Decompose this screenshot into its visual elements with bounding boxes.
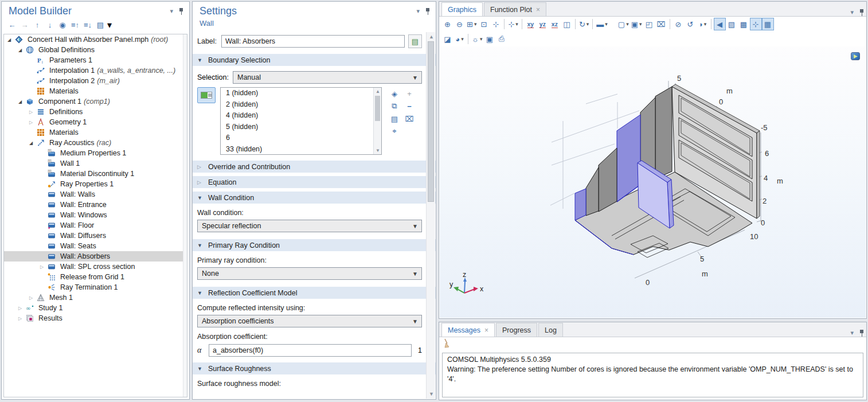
selected-absorber-wall-small[interactable] (575, 189, 586, 220)
scroll-up-icon[interactable]: ▲ (376, 89, 380, 94)
tree-item[interactable]: Ray Termination 1 (4, 282, 187, 292)
selection-list-item[interactable]: 33 (hidden) (221, 144, 381, 155)
pin-icon[interactable] (859, 9, 864, 16)
selection-list-item[interactable]: 2 (hidden) (221, 99, 381, 111)
tree-item[interactable]: ◢Concert Hall with Absorber Panel.mph(ro… (4, 34, 187, 45)
pin-icon[interactable] (179, 8, 183, 15)
tree-item[interactable]: PiParameters 1 (4, 55, 187, 65)
select-all-button[interactable]: ◰ (643, 18, 655, 30)
expand-arrow-icon[interactable]: ▷ (29, 110, 37, 115)
messages-log[interactable]: COMSOL Multiphysics 5.5.0.359 Warning: T… (442, 353, 863, 397)
scene-color-button[interactable]: ◕▾ (453, 33, 466, 45)
zoom-extents-button[interactable]: ⊡ (478, 18, 490, 30)
sound-feedback-button[interactable]: ◀ (714, 18, 726, 30)
tab-function-plot[interactable]: Function Plot× (484, 2, 546, 16)
print-button[interactable]: ⎙ (495, 33, 507, 45)
create-selection-button[interactable]: ◈ (392, 89, 397, 98)
tree-item[interactable]: ▷Results (4, 313, 187, 323)
selection-dropdown[interactable]: Manual ▼ (233, 71, 422, 84)
rotate-button[interactable]: ↻▾ (578, 18, 590, 30)
tree-item[interactable]: Materials (4, 86, 187, 96)
tab-messages[interactable]: Messages× (441, 323, 495, 337)
selection-list-scrollbar[interactable]: ▲ ▼ (373, 88, 381, 154)
tree-item[interactable]: Interpolation 1(a_walls, a_entrance, ...… (4, 65, 187, 76)
view-xy-button[interactable]: xy (525, 18, 537, 30)
show-button[interactable]: ◉ (57, 20, 68, 30)
panel-menu-icon[interactable]: ▾ (170, 7, 173, 15)
pin-icon[interactable] (859, 330, 864, 337)
wall-condition-dropdown[interactable]: Specular reflection ▼ (197, 220, 422, 232)
update-plot-button[interactable]: ☼▾ (471, 33, 483, 45)
scene-appearance-button[interactable]: ▬▾ (595, 18, 609, 30)
expand-arrow-icon[interactable]: ▷ (29, 295, 37, 300)
absorption-coefficient-input[interactable] (209, 344, 412, 357)
show-grid-button[interactable]: ▦ (762, 18, 774, 30)
view-faces-button[interactable]: ▧ (726, 18, 738, 30)
select-boundaries-button[interactable]: ▢▾ (617, 18, 630, 30)
selection-list-item[interactable]: 1 (hidden) (221, 88, 381, 99)
section-surface-roughness[interactable]: ▼ Surface Roughness (193, 362, 436, 374)
section-primary-ray[interactable]: ▼ Primary Ray Condition (193, 239, 436, 251)
tree-item[interactable]: Wall: Walls (4, 189, 187, 200)
panel-menu-icon[interactable]: ▾ (850, 9, 854, 16)
view-yz-button[interactable]: yz (537, 18, 549, 30)
concert-hall-model[interactable]: 5 m 0 -5 6 4 m 2 0 10 5 m 0 (440, 46, 867, 319)
projection-button[interactable]: ◫ (561, 18, 573, 30)
clear-messages-button[interactable] (443, 338, 452, 349)
go-to-default-view-button[interactable]: ⊹▾ (507, 18, 519, 30)
tree-item[interactable]: Materials (4, 127, 187, 138)
scroll-up-icon[interactable]: ▲ (429, 34, 434, 40)
tree-item[interactable]: ▷Definitions (4, 107, 187, 117)
tab-progress[interactable]: Progress (496, 323, 537, 337)
scroll-down-icon[interactable]: ▼ (429, 391, 434, 397)
collapse-arrow-icon[interactable]: ◢ (18, 48, 26, 53)
expand-arrow-icon[interactable]: ▷ (18, 306, 26, 311)
tree-item[interactable]: DMaterial Discontinuity 1 (4, 169, 187, 179)
scroll-down-icon[interactable]: ▼ (376, 148, 380, 153)
orientation-triad-button[interactable]: ⊹ (750, 18, 762, 30)
tab-log[interactable]: Log (538, 323, 563, 337)
view-wireframe-button[interactable]: ▩ (738, 18, 750, 30)
label-input[interactable] (221, 35, 405, 48)
tree-item[interactable]: Interpolation 2(m_air) (4, 76, 187, 86)
expand-arrow-icon[interactable]: ▷ (18, 316, 26, 321)
expand-arrow-icon[interactable]: ▷ (29, 120, 37, 125)
zoom-box-button[interactable]: ⊞▾ (466, 18, 478, 30)
pin-icon[interactable] (425, 8, 430, 15)
tree-item[interactable]: Release from Grid 1 (4, 272, 187, 282)
add-to-selection-button[interactable]: + (407, 89, 412, 98)
settings-scrollbar[interactable]: ▲ ▼ (426, 32, 435, 399)
collapse-arrow-icon[interactable]: ◢ (29, 140, 37, 146)
collapse-arrow-icon[interactable]: ◢ (18, 99, 26, 104)
tree-item[interactable]: Wall: Seats (4, 241, 187, 251)
section-boundary-selection[interactable]: ▼ Boundary Selection (193, 54, 436, 66)
selection-list-item[interactable]: 6 (221, 132, 381, 144)
model-tree-scrollbar[interactable] (183, 34, 187, 397)
tree-item[interactable]: ◢Component 1(comp1) (4, 96, 187, 107)
expand-all-button[interactable]: ≡↑ (69, 20, 81, 30)
move-down-button[interactable]: ↓ (44, 20, 56, 30)
clear-selection-graphics-button[interactable]: ⌧ (655, 18, 667, 30)
section-override[interactable]: ▷ Override and Contribution (193, 161, 436, 173)
model-tree-options-button[interactable]: ▤ (95, 20, 106, 30)
section-reflection-model[interactable]: ▼ Reflection Coefficient Model (193, 287, 436, 299)
scrollbar-thumb[interactable] (428, 41, 434, 202)
close-icon[interactable]: × (484, 326, 488, 334)
image-snapshot-button[interactable]: ▣ (483, 33, 495, 45)
tree-item[interactable]: Ray Properties 1 (4, 179, 187, 189)
tree-item[interactable]: Wall: Entrance (4, 200, 187, 210)
reset-hiding-button[interactable]: ↺ (685, 18, 697, 30)
tree-item[interactable]: Wall: Absorbers (4, 251, 187, 262)
primary-ray-dropdown[interactable]: None ▼ (197, 267, 422, 280)
graphics-context-button[interactable] (851, 52, 860, 60)
hide-objects-button[interactable]: ⊘ (672, 18, 685, 30)
clear-selection-button[interactable]: ⌧ (405, 115, 414, 123)
tree-item[interactable]: ▷Geometry 1 (4, 117, 187, 127)
tree-item[interactable]: Wall: Windows (4, 210, 187, 220)
tree-item[interactable]: ▷Wall: SPL cross section (4, 262, 187, 272)
selected-absorber-wall[interactable] (617, 115, 640, 202)
expand-arrow-icon[interactable]: ▷ (40, 264, 48, 270)
forward-button[interactable]: → (19, 20, 30, 30)
visibility-options-button[interactable]: ◑▾ (697, 18, 709, 30)
edit-label-button[interactable]: ▤ (408, 34, 422, 48)
